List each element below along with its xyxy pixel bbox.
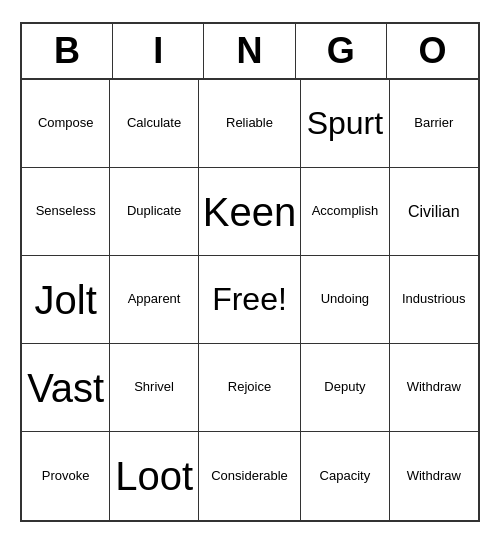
bingo-cell: Deputy: [301, 344, 389, 432]
cell-text: Duplicate: [127, 204, 181, 218]
bingo-cell: Jolt: [22, 256, 110, 344]
bingo-cell: Barrier: [390, 80, 478, 168]
bingo-grid: ComposeCalculateReliableSpurtBarrierSens…: [22, 80, 478, 520]
cell-text: Rejoice: [228, 380, 271, 394]
cell-text: Calculate: [127, 116, 181, 130]
cell-text: Undoing: [321, 292, 369, 306]
cell-text: Withdraw: [407, 469, 461, 483]
cell-text: Spurt: [307, 106, 383, 141]
cell-text: Jolt: [35, 278, 97, 322]
bingo-cell: Withdraw: [390, 344, 478, 432]
cell-text: Loot: [115, 454, 193, 498]
cell-text: Withdraw: [407, 380, 461, 394]
cell-text: Considerable: [211, 469, 288, 483]
cell-text: Civilian: [408, 203, 460, 221]
bingo-header: BINGO: [22, 24, 478, 80]
bingo-cell: Free!: [199, 256, 301, 344]
bingo-cell: Compose: [22, 80, 110, 168]
cell-text: Reliable: [226, 116, 273, 130]
bingo-cell: Considerable: [199, 432, 301, 520]
cell-text: Provoke: [42, 469, 90, 483]
bingo-cell: Senseless: [22, 168, 110, 256]
bingo-cell: Spurt: [301, 80, 389, 168]
cell-text: Keen: [203, 190, 296, 234]
header-letter: I: [113, 24, 204, 78]
bingo-cell: Apparent: [110, 256, 198, 344]
bingo-cell: Calculate: [110, 80, 198, 168]
bingo-cell: Civilian: [390, 168, 478, 256]
bingo-cell: Reliable: [199, 80, 301, 168]
header-letter: O: [387, 24, 478, 78]
cell-text: Apparent: [128, 292, 181, 306]
bingo-cell: Industrious: [390, 256, 478, 344]
bingo-cell: Vast: [22, 344, 110, 432]
bingo-cell: Loot: [110, 432, 198, 520]
bingo-cell: Rejoice: [199, 344, 301, 432]
bingo-cell: Withdraw: [390, 432, 478, 520]
bingo-cell: Shrivel: [110, 344, 198, 432]
bingo-cell: Accomplish: [301, 168, 389, 256]
cell-text: Shrivel: [134, 380, 174, 394]
cell-text: Deputy: [324, 380, 365, 394]
header-letter: N: [204, 24, 295, 78]
bingo-cell: Capacity: [301, 432, 389, 520]
bingo-cell: Duplicate: [110, 168, 198, 256]
bingo-cell: Provoke: [22, 432, 110, 520]
bingo-cell: Keen: [199, 168, 301, 256]
header-letter: B: [22, 24, 113, 78]
cell-text: Industrious: [402, 292, 466, 306]
cell-text: Barrier: [414, 116, 453, 130]
cell-text: Vast: [27, 366, 104, 410]
cell-text: Accomplish: [312, 204, 378, 218]
header-letter: G: [296, 24, 387, 78]
cell-text: Senseless: [36, 204, 96, 218]
bingo-cell: Undoing: [301, 256, 389, 344]
cell-text: Capacity: [320, 469, 371, 483]
cell-text: Free!: [212, 282, 287, 317]
bingo-card: BINGO ComposeCalculateReliableSpurtBarri…: [20, 22, 480, 522]
cell-text: Compose: [38, 116, 94, 130]
